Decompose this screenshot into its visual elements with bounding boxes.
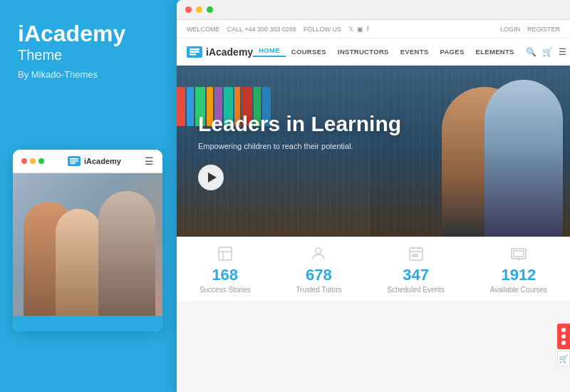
- edge-button-cart[interactable]: 🛒: [557, 351, 570, 366]
- brand-author: By Mikado-Themes: [18, 69, 159, 80]
- nav-courses[interactable]: COURSES: [286, 48, 332, 56]
- svg-rect-5: [190, 53, 196, 56]
- mobile-logo-text: iAcademy: [84, 157, 121, 165]
- search-icon[interactable]: 🔍: [526, 47, 537, 57]
- svg-rect-14: [413, 254, 415, 257]
- menu-icon[interactable]: ☰: [559, 47, 566, 57]
- stat-events: 347 Scheduled Events: [387, 245, 445, 294]
- twitter-icon[interactable]: 𝕏: [348, 26, 353, 33]
- nav-instructors[interactable]: INSTRUCTORS: [332, 48, 395, 56]
- nav-elements[interactable]: ELEMENTS: [470, 48, 520, 56]
- tutors-icon: [310, 245, 327, 264]
- courses-label: Available Courses: [490, 286, 547, 294]
- mobile-person-2: [56, 209, 102, 316]
- nav-logo: iAcademy: [187, 46, 253, 58]
- stat-courses: 1912 Available Courses: [490, 245, 547, 294]
- svg-rect-6: [219, 247, 232, 260]
- cart-icon[interactable]: 🛒: [542, 47, 553, 57]
- mobile-dot-yellow: [30, 158, 36, 164]
- nav-home[interactable]: HOME: [253, 46, 286, 57]
- hero-subtitle: Empowering children to reach their poten…: [198, 142, 401, 150]
- play-button[interactable]: [198, 165, 224, 190]
- topbar-right: LOGIN REGISTER: [500, 26, 560, 33]
- svg-point-9: [316, 248, 321, 254]
- mobile-logo-area: iAcademy: [68, 156, 121, 166]
- instagram-icon[interactable]: ▣: [357, 26, 363, 33]
- topbar-follow: FOLLOW US: [304, 26, 341, 33]
- tutors-label: Trusted Tutors: [296, 286, 341, 294]
- site-navbar: iAcademy HOME COURSES INSTRUCTORS EVENTS…: [177, 38, 570, 66]
- svg-rect-2: [70, 163, 76, 164]
- brand-name: iAcademy Theme: [18, 21, 159, 63]
- edge-button-red[interactable]: [557, 324, 570, 349]
- topbar-phone: CALL +44 300 303 0266: [227, 26, 297, 33]
- social-icons: 𝕏 ▣ f: [348, 26, 369, 33]
- hero-title: Leaders in Learning: [198, 112, 401, 137]
- events-label: Scheduled Events: [387, 286, 445, 294]
- mobile-logo-icon: [68, 156, 81, 166]
- stories-number: 168: [212, 267, 238, 283]
- nav-icons: 🔍 🛒 ☰: [526, 47, 566, 57]
- stat-tutors: 678 Trusted Tutors: [296, 245, 341, 294]
- nav-logo-text: iAcademy: [206, 46, 253, 58]
- edge-cart-icon: 🛒: [559, 354, 569, 363]
- facebook-icon[interactable]: f: [367, 26, 369, 33]
- svg-rect-15: [415, 254, 418, 257]
- mobile-dot-red: [21, 158, 27, 164]
- nav-logo-icon: [187, 46, 202, 58]
- browser-dot-red[interactable]: [185, 6, 192, 13]
- svg-rect-3: [190, 48, 200, 51]
- stat-success-stories: 168 Success Stories: [200, 245, 251, 294]
- mobile-window-dots: [21, 158, 44, 164]
- mobile-preview-card: iAcademy ☰: [13, 150, 162, 331]
- mobile-menu-icon[interactable]: ☰: [145, 155, 154, 167]
- hero-person-2: [484, 80, 563, 237]
- svg-rect-1: [70, 160, 78, 162]
- nav-pages[interactable]: PAGES: [435, 48, 470, 56]
- hero-section: Leaders in Learning Empowering children …: [177, 66, 570, 237]
- edge-dot-2: [561, 334, 566, 339]
- stats-section: 168 Success Stories 678 Trusted Tutors: [177, 237, 570, 301]
- courses-number: 1912: [501, 267, 536, 283]
- svg-rect-4: [190, 51, 200, 53]
- browser-dot-yellow[interactable]: [196, 6, 202, 13]
- events-number: 347: [403, 267, 429, 283]
- stories-label: Success Stories: [200, 286, 251, 294]
- stories-icon: [217, 245, 234, 264]
- site-topbar: WELCOME CALL +44 300 303 0266 FOLLOW US …: [177, 20, 570, 38]
- login-link[interactable]: LOGIN: [500, 26, 520, 33]
- courses-icon: [510, 245, 527, 264]
- register-link[interactable]: REGISTER: [527, 26, 560, 33]
- browser-dot-green[interactable]: [207, 6, 213, 13]
- edge-dot-3: [561, 341, 566, 345]
- svg-rect-0: [70, 158, 78, 160]
- mobile-dot-green: [38, 158, 44, 164]
- mobile-blue-strip: [13, 316, 162, 331]
- nav-links: HOME COURSES INSTRUCTORS EVENTS PAGES EL…: [253, 46, 520, 57]
- mobile-person-3: [98, 191, 155, 316]
- edge-dot-1: [561, 328, 566, 332]
- mobile-hero-image: [13, 173, 162, 316]
- nav-events[interactable]: EVENTS: [395, 48, 435, 56]
- svg-rect-17: [514, 251, 524, 257]
- browser-panel: WELCOME CALL +44 300 303 0266 FOLLOW US …: [177, 0, 570, 392]
- mobile-card-header: iAcademy ☰: [13, 150, 162, 173]
- tutors-number: 678: [306, 267, 332, 283]
- topbar-welcome: WELCOME: [187, 26, 220, 33]
- browser-chrome: [177, 0, 570, 20]
- left-panel: iAcademy Theme By Mikado-Themes iAcademy…: [0, 0, 177, 392]
- hero-text: Leaders in Learning Empowering children …: [177, 112, 423, 191]
- events-icon: [408, 245, 425, 264]
